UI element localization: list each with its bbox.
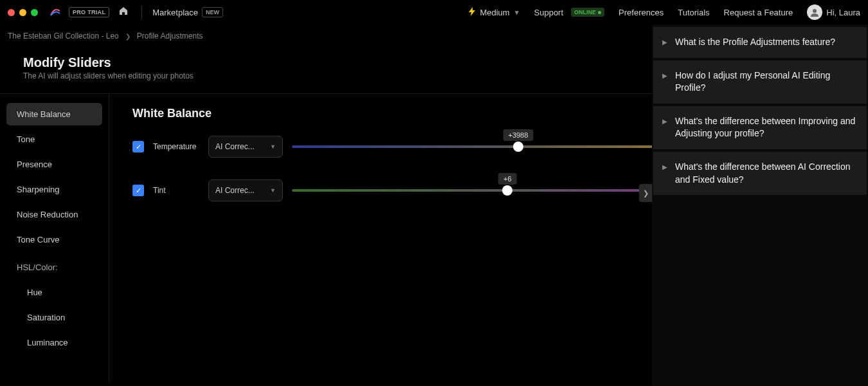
avatar-icon <box>807 5 822 20</box>
faq-question: What's the difference between AI Correct… <box>675 161 850 185</box>
svg-point-0 <box>813 9 817 13</box>
dropdown-label: AI Correc... <box>215 142 255 151</box>
mode-dropdown-temperature[interactable]: AI Correc... ▼ <box>208 136 283 158</box>
slider-thumb[interactable] <box>513 142 523 152</box>
sidebar-item-saturation[interactable]: Saturation <box>6 306 102 329</box>
faq-item[interactable]: ▶What's the difference between AI Correc… <box>653 152 867 195</box>
preferences-link[interactable]: Preferences <box>619 8 664 17</box>
window-traffic-lights[interactable] <box>8 9 38 16</box>
chevron-down-icon: ▼ <box>270 143 276 150</box>
speed-label: Medium <box>480 8 509 17</box>
slider-thumb[interactable] <box>502 185 512 196</box>
minimize-window-icon[interactable] <box>19 9 26 16</box>
divider <box>141 6 142 19</box>
marketplace-link[interactable]: Marketplace NEW <box>152 7 223 17</box>
mode-dropdown-tint[interactable]: AI Correc... ▼ <box>208 179 283 201</box>
online-badge: ONLINE <box>571 8 604 17</box>
page-title: Modify Sliders <box>23 55 194 70</box>
chevron-right-icon: ❯ <box>125 33 131 40</box>
faq-question: What is the Profile Adjustments feature? <box>675 37 835 47</box>
breadcrumb-item: Profile Adjustments <box>137 32 203 41</box>
dropdown-label: AI Correc... <box>215 186 255 195</box>
pro-trial-badge: PRO TRIAL <box>69 7 109 17</box>
chevron-down-icon: ▼ <box>270 187 276 194</box>
checkbox-tint[interactable]: ✓ <box>132 185 144 196</box>
new-badge: NEW <box>202 7 223 17</box>
caret-right-icon: ▶ <box>662 117 667 126</box>
sidebar-item-sharpening[interactable]: Sharpening <box>6 178 102 201</box>
sidebar-item-luminance[interactable]: Luminance <box>6 331 102 354</box>
chevron-down-icon: ▼ <box>514 9 520 16</box>
checkbox-temperature[interactable]: ✓ <box>132 141 144 152</box>
support-link[interactable]: Support ONLINE <box>534 8 605 17</box>
bolt-icon <box>468 7 476 18</box>
marketplace-label: Marketplace <box>152 8 198 17</box>
faq-item[interactable]: ▶What is the Profile Adjustments feature… <box>653 27 867 58</box>
faq-question: What's the difference between Improving … <box>675 116 855 139</box>
sidebar-item-tone[interactable]: Tone <box>6 128 102 151</box>
caret-right-icon: ▶ <box>662 71 667 80</box>
app-logo-icon <box>48 5 62 19</box>
faq-item[interactable]: ▶How do I adjust my Personal AI Editing … <box>653 60 867 104</box>
faq-item[interactable]: ▶What's the difference between Improving… <box>653 106 867 149</box>
sidebar-item-noise-reduction[interactable]: Noise Reduction <box>6 203 102 226</box>
caret-right-icon: ▶ <box>662 163 667 172</box>
speed-dropdown[interactable]: Medium ▼ <box>468 7 520 18</box>
param-label: Tint <box>153 186 199 195</box>
sidebar-group-hsl: HSL/Color: <box>6 256 102 279</box>
slider-tooltip: +3988 <box>503 129 533 141</box>
sidebar-item-white-balance[interactable]: White Balance <box>6 103 102 125</box>
breadcrumb-item[interactable]: The Esteban Gil Collection - Leo <box>8 32 119 41</box>
request-feature-link[interactable]: Request a Feature <box>724 8 793 17</box>
collapse-help-panel-button[interactable]: ❯ <box>639 184 652 202</box>
page-subtitle: The AI will adjust sliders when editing … <box>23 71 194 80</box>
tutorials-link[interactable]: Tutorials <box>678 8 709 17</box>
panel-title: White Balance <box>132 107 212 120</box>
close-window-icon[interactable] <box>8 9 15 16</box>
maximize-window-icon[interactable] <box>31 9 38 16</box>
sidebar: White Balance Tone Presence Sharpening N… <box>0 94 109 383</box>
support-label: Support <box>534 8 564 17</box>
param-label: Temperature <box>153 142 199 151</box>
greeting-label: Hi, Laura <box>826 8 860 17</box>
user-menu[interactable]: Hi, Laura <box>807 5 860 20</box>
help-panel: ▶What is the Profile Adjustments feature… <box>652 24 868 386</box>
faq-question: How do I adjust my Personal AI Editing P… <box>675 70 830 93</box>
caret-right-icon: ▶ <box>662 38 667 47</box>
sidebar-item-presence[interactable]: Presence <box>6 153 102 176</box>
sidebar-item-tone-curve[interactable]: Tone Curve <box>6 228 102 251</box>
slider-tooltip: +6 <box>498 173 517 185</box>
home-icon[interactable] <box>118 6 129 19</box>
sidebar-item-hue[interactable]: Hue <box>6 281 102 304</box>
